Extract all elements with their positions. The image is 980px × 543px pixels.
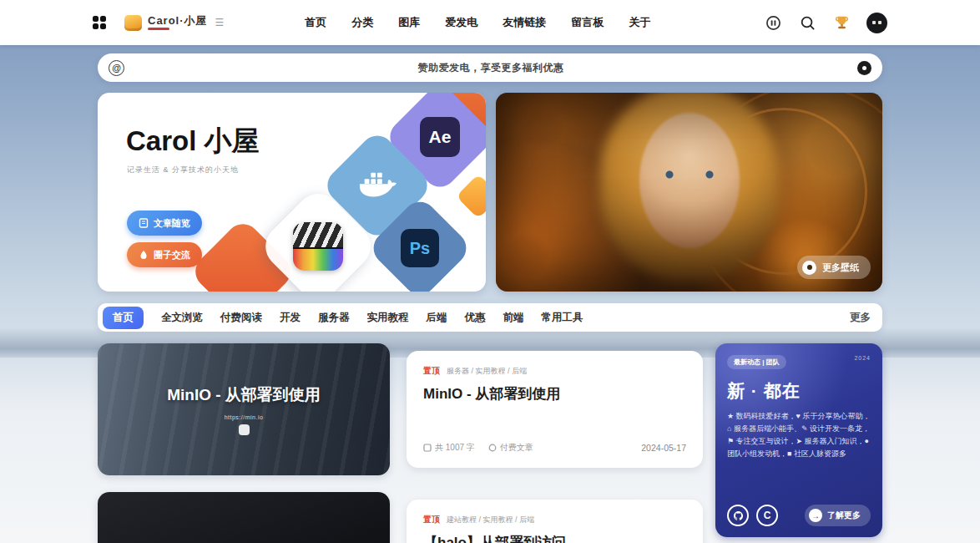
- article-title[interactable]: MinIO - 从部署到使用: [423, 384, 686, 403]
- promo-description: ★ 数码科技爱好者，♥ 乐于分享热心帮助，⌂ 服务器后端小能手、✎ 设计开发一条…: [727, 410, 871, 459]
- community-button[interactable]: 圈子交流: [127, 242, 202, 267]
- article-meta-top: 置顶 服务器 / 实用教程 / 后端: [423, 365, 686, 377]
- word-count: 共 1007 字: [423, 442, 475, 454]
- promo-card: 最新动态 | 团队 2024 新 · 都在 ★ 数码科技爱好者，♥ 乐于分享热心…: [715, 343, 882, 537]
- words-icon: [423, 444, 432, 452]
- deco-yellow-diamond: [456, 174, 486, 219]
- final-cut-rainbow: [293, 249, 343, 271]
- tab-home[interactable]: 首页: [103, 307, 144, 329]
- arrow-right-icon: →: [809, 509, 822, 522]
- site-title: Carol 小屋: [126, 123, 260, 160]
- site-subtitle: 记录生活 & 分享技术的小天地: [127, 165, 239, 175]
- nav-item-messageboard[interactable]: 留言板: [571, 15, 604, 30]
- nav-item-links[interactable]: 友情链接: [503, 15, 546, 30]
- cover-subtitle: https://min.io: [225, 414, 264, 420]
- learn-more-button[interactable]: → 了解更多: [805, 505, 871, 526]
- tab-paid-reading[interactable]: 付费阅读: [220, 311, 262, 325]
- community-label: 圈子交流: [154, 249, 190, 261]
- article-tags: 服务器 / 实用教程 / 后端: [447, 366, 527, 377]
- notice-text: 赞助爱发电，享受更多福利优惠: [124, 61, 857, 75]
- promo-title: 新 · 都在: [727, 379, 871, 403]
- site-logo[interactable]: Carol·小屋 ☰: [124, 15, 223, 31]
- logo-text-wrap: Carol·小屋: [148, 15, 208, 30]
- cover-title: MinIO - 从部署到使用: [167, 384, 321, 406]
- music-icon[interactable]: [764, 13, 782, 32]
- hero-section: Carol 小屋 记录生活 & 分享技术的小天地 文章随览 圈子交流 Ae: [98, 93, 882, 292]
- tab-server[interactable]: 服务器: [318, 311, 350, 325]
- tab-deals[interactable]: 优惠: [465, 311, 486, 325]
- tab-development[interactable]: 开发: [280, 311, 301, 325]
- logo-box-icon: [124, 15, 142, 31]
- announcement-icon: @: [109, 60, 124, 76]
- hero-gallery-image[interactable]: 更多壁纸: [496, 93, 882, 292]
- promo-badge: 最新动态 | 团队: [727, 355, 786, 369]
- browse-articles-button[interactable]: 文章随览: [127, 211, 202, 236]
- nav-item-gallery[interactable]: 图库: [398, 15, 420, 30]
- article-meta-top: 置顶 建站教程 / 实用教程 / 后端: [423, 514, 686, 525]
- promo-corner-text: 2024: [854, 355, 871, 361]
- nav-item-about[interactable]: 关于: [629, 15, 650, 30]
- article-row-halo: 【halo】从部署到访问 置顶 建站教程 / 实用教程 / 后端 【halo】从…: [98, 492, 703, 543]
- article-card-minio[interactable]: 置顶 服务器 / 实用教程 / 后端 MinIO - 从部署到使用 共 1007…: [407, 351, 703, 468]
- logo-text: Carol·小屋: [148, 15, 208, 26]
- promo-actions: C → 了解更多: [727, 505, 871, 526]
- pinned-badge: 置顶: [423, 365, 440, 377]
- more-wallpapers-button[interactable]: 更多壁纸: [797, 256, 871, 279]
- final-cut-clapper: [293, 222, 343, 249]
- main-nav: 首页 分类 图库 爱发电 友情链接 留言板 关于: [305, 15, 650, 30]
- tab-tutorials[interactable]: 实用教程: [367, 311, 409, 325]
- article-card-halo[interactable]: 置顶 建站教程 / 实用教程 / 后端 【halo】从部署到访问: [407, 500, 703, 543]
- docker-whale-glyph: [358, 170, 397, 200]
- article-tags: 建站教程 / 实用教程 / 后端: [447, 515, 534, 525]
- header-icon-group: [764, 13, 887, 33]
- tab-frontend[interactable]: 前端: [503, 311, 524, 325]
- avatar[interactable]: [866, 13, 887, 33]
- article-title[interactable]: 【halo】从部署到访问: [423, 533, 686, 543]
- tab-backend[interactable]: 后端: [427, 311, 447, 325]
- category-tabbar: 首页 全文浏览 付费阅读 开发 服务器 实用教程 后端 优惠 前端 常用工具 更…: [98, 303, 882, 332]
- tab-more[interactable]: 更多: [850, 311, 877, 325]
- more-wallpapers-label: 更多壁纸: [822, 261, 859, 274]
- logo-red-bar: [148, 28, 169, 30]
- final-cut-icon: [293, 222, 343, 271]
- top-navbar: Carol·小屋 ☰ 首页 分类 图库 爱发电 友情链接 留言板 关于: [0, 0, 980, 45]
- ps-label: Ps: [401, 229, 439, 267]
- search-icon[interactable]: [798, 13, 816, 32]
- blog-homepage: Carol·小屋 ☰ 首页 分类 图库 爱发电 友情链接 留言板 关于: [0, 0, 980, 543]
- trophy-icon[interactable]: [832, 13, 851, 32]
- cover-logo: [239, 424, 250, 435]
- article-cover-minio[interactable]: MinIO - 从部署到使用 https://min.io: [98, 343, 390, 475]
- tab-tools[interactable]: 常用工具: [542, 311, 583, 325]
- article-cover-halo[interactable]: 【halo】从部署到访问: [98, 492, 390, 543]
- nav-item-categories[interactable]: 分类: [351, 15, 373, 30]
- wallpaper-button-icon: [802, 261, 816, 275]
- nav-item-afdian[interactable]: 爱发电: [445, 15, 477, 30]
- sidebar: 最新动态 | 团队 2024 新 · 都在 ★ 数码科技爱好者，♥ 乐于分享热心…: [715, 343, 882, 543]
- tag-icon: [488, 444, 497, 452]
- article-type: 付费文章: [488, 442, 533, 454]
- promo-header: 最新动态 | 团队 2024: [727, 355, 871, 369]
- content-container: @ 赞助爱发电，享受更多福利优惠 Carol 小屋 记录生活 & 分享技术的小天…: [98, 53, 882, 543]
- logo-lines-icon: ☰: [215, 17, 224, 28]
- c-label: C: [764, 510, 771, 521]
- notice-more-icon[interactable]: [857, 61, 871, 75]
- article-date: 2024-05-17: [641, 443, 686, 453]
- article-row-minio: MinIO - 从部署到使用 https://min.io 置顶 服务器 / 实…: [98, 343, 703, 475]
- ae-label: Ae: [420, 117, 460, 157]
- github-icon[interactable]: [727, 505, 749, 526]
- c-link-icon[interactable]: C: [756, 505, 778, 526]
- pinned-badge: 置顶: [423, 514, 440, 525]
- article-feed: MinIO - 从部署到使用 https://min.io 置顶 服务器 / 实…: [98, 343, 703, 543]
- hero-profile-card: Carol 小屋 记录生活 & 分享技术的小天地 文章随览 圈子交流 Ae: [98, 93, 486, 292]
- nav-item-home[interactable]: 首页: [305, 15, 326, 30]
- article-meta-bottom: 共 1007 字 付费文章 2024-05-17: [423, 442, 686, 454]
- main-area: MinIO - 从部署到使用 https://min.io 置顶 服务器 / 实…: [98, 343, 882, 543]
- navbar-inner: Carol·小屋 ☰ 首页 分类 图库 爱发电 友情链接 留言板 关于: [93, 13, 887, 33]
- browse-articles-label: 文章随览: [154, 217, 190, 230]
- notice-banner[interactable]: @ 赞助爱发电，享受更多福利优惠: [98, 53, 882, 82]
- tab-fulltext[interactable]: 全文浏览: [161, 311, 203, 325]
- learn-more-label: 了解更多: [827, 510, 861, 521]
- apps-grid-icon[interactable]: [93, 16, 106, 29]
